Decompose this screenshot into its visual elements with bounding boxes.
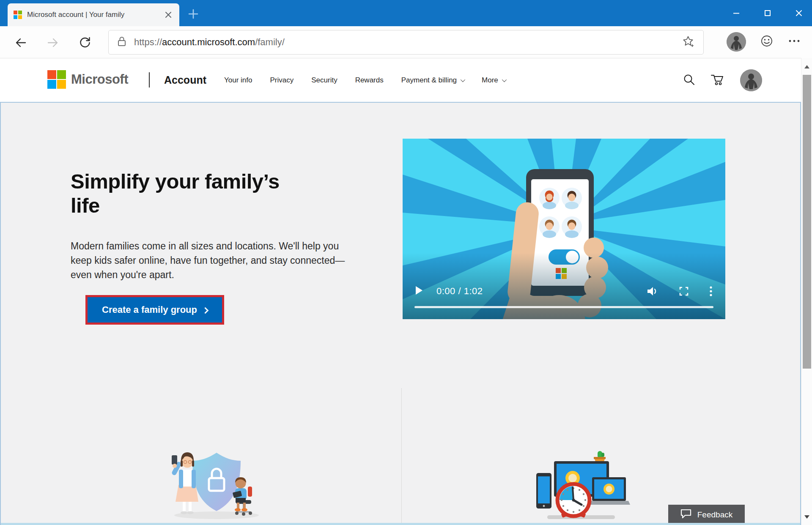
- new-tab-button[interactable]: [186, 7, 200, 21]
- scroll-up-arrow-icon: [804, 65, 809, 68]
- video-menu-kebab-icon[interactable]: [709, 286, 713, 297]
- lock-icon: [117, 36, 126, 49]
- browser-titlebar: Microsoft account | Your family: [0, 0, 812, 26]
- search-icon[interactable]: [683, 73, 695, 88]
- nav-rewards[interactable]: Rewards: [355, 76, 384, 85]
- annotation-highlight-box: Create a family group: [85, 295, 224, 325]
- nav-privacy[interactable]: Privacy: [270, 76, 294, 85]
- maximize-button[interactable]: [761, 7, 774, 19]
- page-scrollbar[interactable]: [801, 58, 812, 525]
- comment-icon: [680, 509, 691, 521]
- video-player[interactable]: 0:00 / 1:02: [403, 139, 725, 319]
- chevron-right-icon: [202, 307, 209, 314]
- header-divider: [149, 72, 150, 88]
- cart-icon[interactable]: [710, 73, 725, 88]
- page-content: Simplify your family’s life Modern famil…: [0, 102, 801, 525]
- browser-profile-avatar[interactable]: [727, 32, 746, 52]
- fullscreen-icon[interactable]: [679, 286, 689, 296]
- browser-tab[interactable]: Microsoft account | Your family: [8, 3, 179, 26]
- back-button[interactable]: [14, 36, 28, 50]
- refresh-button[interactable]: [78, 36, 92, 50]
- microsoft-logo-text: Microsoft: [71, 72, 128, 87]
- send-smile-button[interactable]: [760, 35, 773, 49]
- page-title: Simplify your family’s life: [71, 170, 312, 218]
- hero-description: Modern families come in all sizes and lo…: [71, 239, 354, 282]
- feedback-label: Feedback: [697, 510, 732, 520]
- close-window-button[interactable]: [793, 7, 805, 19]
- chevron-down-icon: [502, 77, 507, 82]
- play-button[interactable]: [415, 286, 423, 297]
- video-progress-bar[interactable]: [414, 306, 713, 308]
- column-divider: [401, 388, 402, 525]
- tab-close-icon[interactable]: [163, 10, 173, 20]
- create-family-group-button[interactable]: Create a family group: [88, 297, 222, 323]
- video-time-display: 0:00 / 1:02: [436, 286, 483, 297]
- add-favorite-star-icon[interactable]: [682, 35, 695, 49]
- account-avatar[interactable]: [740, 69, 762, 91]
- microsoft-logo[interactable]: Microsoft: [47, 70, 128, 89]
- scroll-down-arrow-icon: [804, 515, 809, 519]
- feedback-button[interactable]: Feedback: [668, 505, 745, 525]
- browser-toolbar: https://account.microsoft.com/family/: [0, 26, 812, 58]
- volume-icon[interactable]: [647, 286, 658, 297]
- microsoft-logo-icon: [47, 70, 66, 89]
- nav-more[interactable]: More: [482, 76, 505, 85]
- screen-time-illustration: [532, 451, 630, 525]
- forward-button[interactable]: [46, 36, 60, 50]
- tab-title: Microsoft account | Your family: [27, 11, 158, 19]
- chevron-down-icon: [461, 77, 465, 82]
- bottom-edge-strip: [1, 523, 800, 525]
- url-text: https://account.microsoft.com/family/: [134, 37, 682, 48]
- nav-account[interactable]: Account: [164, 74, 206, 86]
- nav-security[interactable]: Security: [311, 76, 337, 85]
- microsoft-favicon-icon: [14, 11, 22, 19]
- address-bar[interactable]: https://account.microsoft.com/family/: [108, 30, 704, 55]
- minimize-button[interactable]: [730, 7, 743, 19]
- scroll-up-button[interactable]: [801, 61, 812, 72]
- nav-your-info[interactable]: Your info: [224, 76, 252, 85]
- nav-payment-billing[interactable]: Payment & billing: [401, 76, 464, 85]
- scrollbar-thumb[interactable]: [803, 75, 811, 369]
- settings-ellipsis-icon[interactable]: [787, 35, 801, 49]
- site-header: Microsoft Account Your info Privacy Secu…: [0, 58, 812, 102]
- scroll-down-button[interactable]: [801, 511, 812, 522]
- family-safety-illustration: [165, 441, 271, 522]
